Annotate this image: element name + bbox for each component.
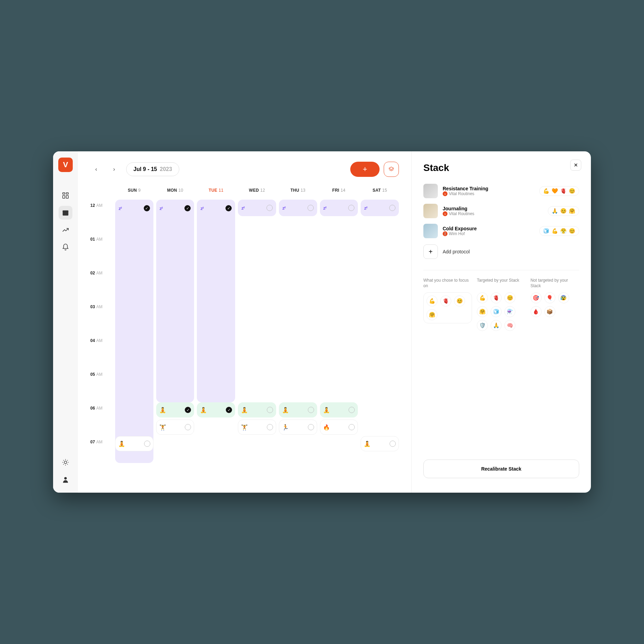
hour-label: 12AM [90, 203, 115, 237]
focus-chip[interactable]: ⚗️ [504, 306, 515, 317]
calendar-grid: 12AM01AM02AM03AM04AM05AM06AM07AM SUN9z²✓… [90, 188, 399, 493]
protocol-title: Resistance Training [443, 186, 534, 191]
event-card[interactable]: 🧘 [361, 436, 399, 451]
day-body: z²✓🧘✓ [197, 200, 235, 493]
protocol-source: 🌡️Wim Hof [443, 231, 534, 236]
hour-label: 02AM [90, 271, 115, 304]
app-logo: V [58, 158, 73, 172]
add-protocol-label: Add protocol [443, 249, 470, 254]
focus-chip[interactable]: 💪 [426, 295, 437, 306]
hour-label: 05AM [90, 372, 115, 406]
protocol-source: vVital Routines [443, 211, 543, 216]
protocol-title: Cold Exposure [443, 226, 534, 231]
hour-label: 01AM [90, 237, 115, 271]
event-card[interactable]: 🧘 [279, 402, 317, 417]
event-card[interactable]: 🧘✓ [197, 402, 235, 417]
recalibrate-button[interactable]: Recalibrate Stack [423, 460, 579, 478]
close-panel-button[interactable]: ✕ [570, 160, 581, 171]
focus-chip[interactable]: 🧠 [504, 320, 515, 331]
app-window: V ‹ › [53, 151, 591, 493]
focus-chip[interactable]: 🧊 [491, 306, 502, 317]
calendar-icon [62, 209, 69, 217]
event-card[interactable]: 🧘 [320, 402, 358, 417]
nav-trends[interactable] [59, 223, 72, 237]
day-header[interactable]: THU13 [279, 188, 317, 200]
nav-dashboard[interactable] [59, 189, 72, 202]
day-column: WED12z²🧘🏋️ [238, 188, 276, 493]
protocol-targets: 🙏😊🤗 [548, 206, 579, 216]
sleep-block[interactable]: z² [320, 200, 358, 216]
day-header[interactable]: SAT15 [361, 188, 399, 200]
day-body: z²🧘🏋️ [238, 200, 276, 493]
focus-chip[interactable]: 🙏 [491, 320, 502, 331]
stack-button[interactable] [384, 162, 399, 177]
svg-rect-3 [66, 195, 68, 198]
focus-chip[interactable]: 🎯 [531, 292, 542, 303]
event-card[interactable]: 🧘 [115, 436, 153, 451]
sleep-block[interactable]: z²✓ [197, 200, 235, 402]
event-card[interactable]: 🧘✓ [156, 402, 194, 417]
focus-chip[interactable]: 📦 [544, 306, 555, 317]
protocol-item[interactable]: Resistance Training vVital Routines 💪🧡🫀😊 [423, 181, 579, 201]
event-card[interactable]: 🧘 [238, 402, 276, 417]
nav-calendar[interactable] [59, 206, 72, 220]
user-icon [62, 476, 69, 483]
svg-point-7 [64, 477, 67, 480]
separator [423, 270, 579, 270]
sleep-block[interactable]: z² [238, 200, 276, 216]
focus-chip[interactable]: 🛡️ [477, 320, 488, 331]
day-body: z²🧘🔥 [320, 200, 358, 493]
day-header[interactable]: MON10 [156, 188, 194, 200]
svg-rect-1 [66, 193, 68, 194]
day-column: MON10z²✓🧘✓🏋️ [156, 188, 194, 493]
theme-toggle[interactable] [59, 455, 72, 469]
prev-week-button[interactable]: ‹ [90, 163, 102, 175]
day-header[interactable]: WED12 [238, 188, 276, 200]
focus-chip[interactable]: 🎈 [544, 292, 555, 303]
next-week-button[interactable]: › [108, 163, 120, 175]
stack-icon [388, 166, 394, 172]
nav [59, 189, 72, 254]
bell-icon [62, 243, 69, 251]
focus-column: What you chose to focus on 💪🫀😊🤗 [423, 278, 472, 331]
hour-label: 07AM [90, 440, 115, 473]
svg-rect-2 [63, 195, 65, 198]
panel-title: Stack [423, 162, 579, 173]
protocol-item[interactable]: Journaling vVital Routines 🙏😊🤗 [423, 201, 579, 221]
sleep-block[interactable]: z² [361, 200, 399, 216]
day-header[interactable]: FRI14 [320, 188, 358, 200]
sleep-block[interactable]: z²✓ [115, 200, 153, 463]
hours-column: 12AM01AM02AM03AM04AM05AM06AM07AM [90, 188, 115, 493]
add-event-button[interactable]: + [350, 162, 380, 177]
focus-title: Not targeted by your Stack [531, 278, 579, 289]
add-protocol-button[interactable]: + Add protocol [423, 241, 579, 262]
focus-chip[interactable]: 😰 [558, 292, 569, 303]
event-card[interactable]: 🏋️ [156, 420, 194, 435]
svg-point-6 [64, 461, 67, 463]
event-card[interactable]: 🏃 [279, 420, 317, 435]
protocol-targets: 🧊💪😤😊 [539, 226, 579, 236]
focus-chip[interactable]: 🤗 [426, 309, 437, 320]
day-header[interactable]: SUN9 [115, 188, 153, 200]
event-card[interactable]: 🔥 [320, 420, 358, 435]
event-card[interactable]: 🏋️ [238, 420, 276, 435]
focus-chip[interactable]: 😊 [454, 295, 465, 306]
grid-icon [62, 192, 69, 199]
protocol-list: Resistance Training vVital Routines 💪🧡🫀😊… [423, 181, 579, 241]
focus-chip[interactable]: 🫀 [491, 292, 502, 303]
day-header[interactable]: TUE11 [197, 188, 235, 200]
plus-icon: + [423, 244, 438, 259]
focus-column: Targeted by your Stack 💪🫀😊🤗🧊⚗️🛡️🙏🧠 [477, 278, 525, 331]
focus-chip[interactable]: 🫀 [440, 295, 451, 306]
recalibrate-label: Recalibrate Stack [481, 466, 522, 472]
focus-chip[interactable]: 🤗 [477, 306, 488, 317]
sleep-block[interactable]: z²✓ [156, 200, 194, 402]
focus-chip[interactable]: 🩸 [531, 306, 542, 317]
focus-chip[interactable]: 💪 [477, 292, 488, 303]
sleep-block[interactable]: z² [279, 200, 317, 216]
protocol-item[interactable]: Cold Exposure 🌡️Wim Hof 🧊💪😤😊 [423, 221, 579, 241]
nav-notifications[interactable] [59, 240, 72, 254]
date-range-picker[interactable]: Jul 9 - 15 2023 [126, 162, 179, 176]
focus-chip[interactable]: 😊 [504, 292, 515, 303]
profile[interactable] [59, 473, 72, 486]
